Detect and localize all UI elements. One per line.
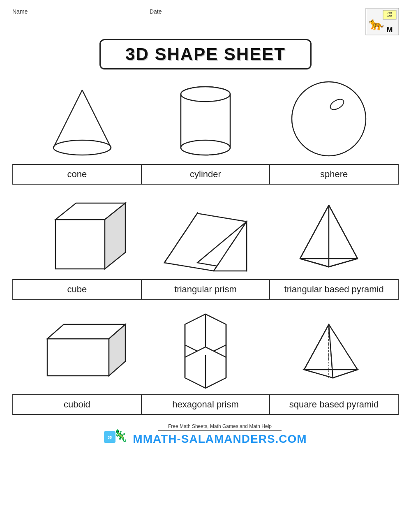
- footer: 35 🦎 Free Math Sheets, Math Games and Ma…: [12, 423, 399, 446]
- date-label: Date: [150, 8, 162, 15]
- triangular-pyramid-shape: [267, 193, 390, 275]
- cylinder-shape: [144, 78, 267, 160]
- shapes-row-2: [12, 193, 399, 275]
- cone-shape: [21, 78, 144, 160]
- labels-row-1: cone cylinder sphere: [12, 164, 399, 185]
- svg-line-8: [53, 90, 82, 148]
- label-cylinder: cylinder: [142, 165, 270, 184]
- svg-point-15: [181, 87, 230, 102]
- label-cone: cone: [13, 165, 142, 184]
- label-cube: cube: [13, 280, 142, 299]
- cube-shape: [21, 193, 144, 275]
- triangular-prism-shape: [144, 193, 267, 275]
- footer-site: MMATH-SALAMANDERS.COM: [133, 433, 307, 446]
- header: Name Date 7×5 =35 🐆 M: [12, 8, 399, 35]
- label-sphere: sphere: [270, 165, 398, 184]
- labels-row-2: cube triangular prism triangular based p…: [12, 279, 399, 300]
- svg-line-9: [82, 90, 111, 148]
- svg-point-7: [53, 140, 111, 155]
- svg-marker-29: [300, 205, 329, 267]
- name-label: Name: [12, 8, 28, 15]
- shapes-row-3: [12, 308, 399, 390]
- svg-rect-14: [181, 94, 230, 148]
- label-triangular-pyramid: triangular based pyramid: [270, 280, 398, 299]
- svg-rect-21: [55, 220, 105, 269]
- label-square-pyramid: square based pyramid: [270, 395, 398, 414]
- svg-point-19: [292, 82, 366, 156]
- page: Name Date 7×5 =35 🐆 M 3D SHAPE SHEET: [0, 0, 411, 532]
- page-title: 3D SHAPE SHEET: [125, 44, 286, 64]
- square-pyramid-shape: [267, 308, 390, 390]
- svg-text:M: M: [387, 25, 393, 34]
- svg-text:35: 35: [108, 435, 112, 439]
- sphere-shape: [267, 78, 390, 160]
- label-cuboid: cuboid: [13, 395, 142, 414]
- svg-point-18: [181, 140, 230, 155]
- svg-text:🐆: 🐆: [369, 16, 384, 31]
- svg-text:7×5: 7×5: [387, 12, 392, 14]
- label-triangular-prism: triangular prism: [142, 280, 270, 299]
- header-logo: 7×5 =35 🐆 M: [366, 8, 399, 35]
- footer-logo: 35 🦎: [104, 423, 129, 446]
- shapes-row-1: [12, 78, 399, 160]
- title-box: 3D SHAPE SHEET: [12, 39, 399, 69]
- title-inner: 3D SHAPE SHEET: [99, 39, 312, 69]
- hexagonal-prism-shape: [144, 308, 267, 390]
- label-hexagonal-prism: hexagonal prism: [142, 395, 270, 414]
- cuboid-shape: [21, 308, 144, 390]
- svg-text:🦎: 🦎: [113, 429, 128, 442]
- svg-rect-37: [47, 339, 109, 376]
- footer-tagline: Free Math Sheets, Math Games and Math He…: [168, 423, 272, 429]
- labels-row-3: cuboid hexagonal prism square based pyra…: [12, 394, 399, 415]
- svg-text:=35: =35: [387, 15, 392, 18]
- svg-marker-30: [329, 205, 358, 267]
